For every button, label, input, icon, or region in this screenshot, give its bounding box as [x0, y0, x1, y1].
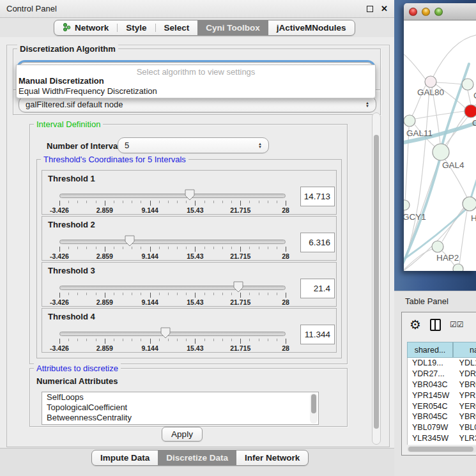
tab-network[interactable]: Network [54, 20, 117, 35]
gear-icon[interactable]: ⚙ [410, 317, 421, 332]
network-edge[interactable] [415, 111, 464, 119]
table-data-combo[interactable]: galFiltered.sif default node ▲▼ [19, 96, 376, 112]
column-header-name[interactable]: name [453, 342, 476, 358]
table-row[interactable]: YIL052CYIL052C [408, 443, 476, 445]
threshold-slider-handle[interactable] [233, 281, 243, 293]
network-view-window: GAL80GCGAL11GAL4GCY1HHAP2 [404, 3, 476, 271]
select-columns-icon[interactable]: ☑☑ [450, 320, 464, 329]
threshold-value-field[interactable]: 11.344 [300, 325, 335, 344]
cell-shared-name[interactable]: YBR043C [408, 380, 454, 389]
list-item[interactable]: SelfLoops [42, 392, 318, 403]
threshold-value-field[interactable]: 6.316 [300, 233, 335, 252]
tab-impute-data[interactable]: Impute Data [92, 450, 158, 465]
threshold-slider-track[interactable] [59, 194, 286, 198]
network-edge[interactable] [468, 90, 471, 105]
network-node-gal4[interactable] [433, 144, 449, 160]
minimize-traffic-icon[interactable] [422, 8, 430, 16]
cell-name[interactable]: YBR045C [454, 412, 476, 421]
network-node[interactable] [453, 264, 463, 271]
cell-name[interactable]: YDL19 [454, 358, 476, 367]
list-item[interactable]: BetweennessCentrality [42, 413, 318, 423]
popup-option-equal-width[interactable]: Equal Width/Frequency Discretization [17, 86, 375, 96]
threshold-slider-handle[interactable] [125, 235, 135, 247]
cell-name[interactable]: YPR145W [454, 391, 476, 400]
tab-jactivemnodules[interactable]: jActiveMNodules [268, 20, 355, 35]
close-traffic-icon[interactable] [409, 8, 417, 16]
table-row[interactable]: YPR145WYPR145W [408, 390, 476, 401]
table-row[interactable]: YDR27...YDR27 [408, 369, 476, 380]
network-canvas[interactable]: GAL80GCGAL11GAL4GCY1HHAP2 [404, 20, 476, 271]
network-edge[interactable] [442, 208, 464, 242]
table-row[interactable]: YLR345WYLR345W [408, 433, 476, 444]
cell-shared-name[interactable]: YBL079W [408, 423, 454, 432]
cell-shared-name[interactable]: YLR345W [408, 434, 454, 443]
zoom-traffic-icon[interactable] [434, 8, 443, 16]
list-scrollbar[interactable] [310, 393, 318, 424]
cell-shared-name[interactable]: YBR045C [408, 412, 454, 421]
network-node-gal11[interactable] [404, 115, 415, 127]
threshold-value-field[interactable]: 21.4 [300, 279, 335, 298]
network-node-gal80[interactable] [425, 76, 436, 88]
table-row[interactable]: YBR043CYBR043C [408, 380, 476, 390]
tab-cyni-toolbox[interactable]: Cyni Toolbox [197, 20, 268, 35]
num-intervals-combo[interactable]: 5 ▲▼ [118, 137, 269, 153]
threshold-slider-track[interactable] [59, 332, 286, 336]
network-node-label: C [472, 118, 476, 128]
apply-button[interactable]: Apply [162, 427, 203, 441]
table-row[interactable]: YBR045CYBR045C [408, 411, 476, 422]
cell-name[interactable]: YDR27 [454, 369, 476, 378]
network-node-c[interactable] [464, 105, 476, 118]
tab-discretize-data[interactable]: Discretize Data [158, 450, 236, 465]
network-edge[interactable] [404, 51, 426, 79]
threshold-slider-handle[interactable] [160, 327, 171, 339]
network-node-hap2[interactable] [432, 241, 443, 252]
cell-name[interactable]: YER054C [454, 402, 476, 411]
tick-label: 15.43 [187, 298, 203, 306]
table-row[interactable]: YER054CYER054C [408, 401, 476, 411]
network-node-g[interactable] [462, 79, 473, 90]
close-icon[interactable]: ✕ [381, 4, 388, 13]
cell-shared-name[interactable]: YDL19... [408, 358, 454, 367]
cell-name[interactable]: YBL079W [454, 423, 476, 432]
tick-label: 2.859 [96, 206, 113, 214]
network-edge-thick[interactable] [471, 173, 476, 198]
network-node-gcy1[interactable] [404, 200, 410, 210]
threshold-value-field[interactable]: 14.713 [300, 187, 335, 206]
cell-shared-name[interactable]: YDR27... [408, 369, 454, 378]
float-window-icon[interactable] [367, 6, 373, 12]
tick-mark [213, 247, 214, 249]
tick-mark [177, 339, 178, 341]
table-row[interactable]: YBL079WYBL079W [408, 422, 476, 433]
popup-option-manual[interactable]: Manual Discretization [17, 76, 375, 86]
tab-infer-network[interactable]: Infer Network [236, 450, 308, 465]
table-horizontal-scrollbar[interactable] [407, 446, 476, 452]
tick-mark [213, 293, 214, 295]
panel-scrollbar[interactable] [372, 112, 381, 445]
network-edge[interactable] [459, 211, 467, 264]
threshold-slider-track[interactable] [59, 240, 286, 244]
tick-mark [240, 293, 241, 298]
cell-shared-name[interactable]: YPR145W [408, 391, 454, 400]
network-edge-thick[interactable] [442, 64, 469, 145]
cell-name[interactable]: YLR345W [454, 434, 476, 443]
network-edge[interactable] [433, 35, 476, 77]
tab-select[interactable]: Select [156, 20, 198, 35]
tick-mark [195, 339, 196, 344]
combo-arrows-icon: ▲▼ [258, 142, 262, 149]
network-edge[interactable] [436, 82, 462, 84]
network-node-h[interactable] [463, 197, 476, 211]
columns-icon[interactable] [430, 319, 441, 331]
threshold-slider-handle[interactable] [185, 189, 195, 201]
tick-mark [168, 339, 169, 341]
cell-name[interactable]: YBR043C [454, 380, 476, 389]
tick-mark [222, 247, 223, 249]
column-header-shared-name[interactable]: shared... [407, 342, 453, 358]
list-item[interactable]: TopologicalCoefficient [42, 403, 318, 413]
threshold-slider-track[interactable] [59, 286, 286, 290]
network-edge[interactable] [404, 127, 409, 268]
tab-style[interactable]: Style [118, 20, 155, 35]
table-row[interactable]: YDL19...YDL19 [408, 358, 476, 369]
tick-mark [77, 293, 78, 295]
network-window-titlebar[interactable] [404, 3, 476, 20]
cell-shared-name[interactable]: YER054C [408, 402, 454, 411]
